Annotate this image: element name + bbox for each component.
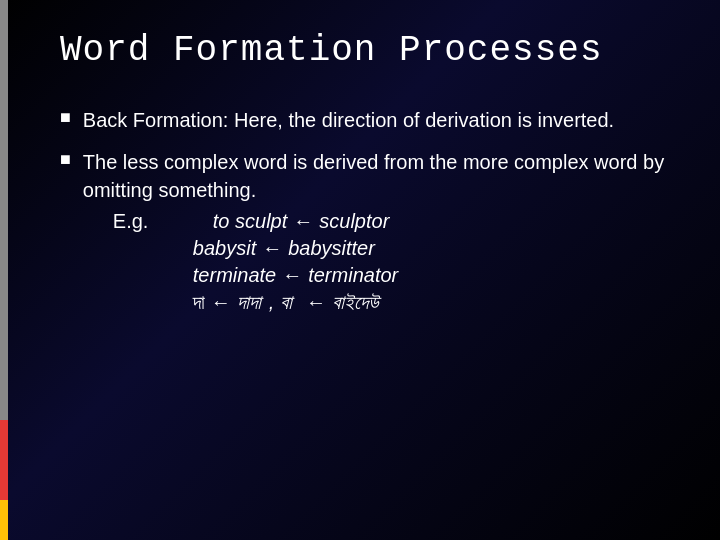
- bar-yellow: [0, 500, 8, 540]
- left-bar: [0, 0, 8, 540]
- bullet-item-1: ■ Back Formation: Here, the direction of…: [60, 106, 670, 134]
- content-area: ■ Back Formation: Here, the direction of…: [60, 106, 670, 332]
- ex2-right: babysitter: [288, 237, 375, 260]
- ex4-bengali-baideu: বাইদেউ: [332, 291, 379, 314]
- ex4-comma: , বা: [269, 291, 292, 314]
- ex1-left: to sculpt: [213, 210, 287, 233]
- ex4-arrow1: ←: [211, 291, 231, 314]
- ex2-arrow: ←: [262, 237, 282, 260]
- bar-red: [0, 420, 8, 500]
- ex2-left: babysit: [193, 237, 256, 260]
- slide-title: Word Formation Processes: [60, 30, 670, 71]
- examples-block: E.g. to sculpt ← sculptor babysit ← baby…: [113, 210, 670, 318]
- bullet-item-2: ■ The less complex word is derived from …: [60, 148, 670, 318]
- eg-label: E.g.: [113, 210, 193, 233]
- ex1-right: sculptor: [319, 210, 389, 233]
- ex1-arrow: ←: [293, 210, 313, 233]
- bullet-text-1: Back Formation: Here, the direction of d…: [83, 106, 614, 134]
- example-row-1: E.g. to sculpt ← sculptor: [113, 210, 670, 233]
- bullet-icon-1: ■: [60, 108, 71, 128]
- bullet-text-2: The less complex word is derived from th…: [83, 148, 670, 204]
- ex3-left: terminate: [193, 264, 276, 287]
- example-row-2: babysit ← babysitter: [193, 237, 670, 260]
- ex3-right: terminator: [308, 264, 398, 287]
- example-row-4: দা ← দাদা , বা ← বাইদেউ: [193, 291, 670, 314]
- ex4-bengali-dada: দাদা: [237, 291, 261, 314]
- slide: Word Formation Processes ■ Back Formatio…: [0, 0, 720, 540]
- ex4-arrow2: ←: [306, 291, 326, 314]
- example-row-3: terminate ← terminator: [193, 264, 670, 287]
- ex3-arrow: ←: [282, 264, 302, 287]
- bullet-icon-2: ■: [60, 150, 71, 170]
- bar-gray: [0, 0, 8, 420]
- indent-examples: babysit ← babysitter terminate ← termina…: [193, 237, 670, 314]
- ex4-bengali-1: দা: [193, 291, 205, 314]
